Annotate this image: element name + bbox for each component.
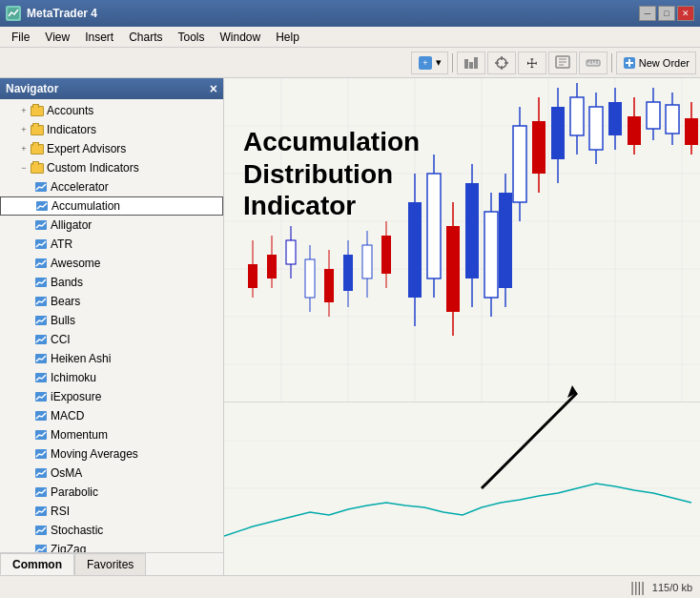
nav-item-accumulation[interactable]: Accumulation (0, 196, 223, 216)
indicators-label: Indicators (47, 123, 96, 136)
toolbar-crosshair[interactable] (487, 52, 516, 74)
new-order-dropdown: ▾ (436, 56, 442, 69)
bands-label: Bands (51, 276, 83, 289)
svg-rect-79 (532, 121, 546, 174)
menu-window[interactable]: Window (213, 29, 269, 46)
nav-item-expert-advisors[interactable]: + Expert Advisors (0, 139, 223, 158)
svg-rect-63 (248, 264, 257, 288)
awesome-label: Awesome (51, 257, 100, 270)
stochastic-label: Stochastic (51, 524, 103, 537)
nav-item-bears[interactable]: Bears (0, 292, 223, 311)
expand-accounts-icon: + (17, 104, 31, 117)
nav-item-awesome[interactable]: Awesome (0, 254, 223, 273)
indicator-awesome-icon (34, 258, 48, 269)
svg-rect-89 (628, 116, 641, 145)
close-button[interactable]: ✕ (677, 6, 694, 21)
indicator-zigzag-icon (34, 544, 48, 552)
title-bar-left: MetaTrader 4 (6, 6, 97, 21)
nav-item-heiken-ashi[interactable]: Heiken Ashi (0, 349, 223, 368)
nav-item-parabolic[interactable]: Parabolic (0, 483, 223, 502)
nav-item-atr[interactable]: ATR (0, 235, 223, 254)
nav-item-rsi[interactable]: RSI (0, 502, 223, 521)
chart-area[interactable]: Accumulation Distribution Indicator (224, 78, 700, 575)
parabolic-label: Parabolic (51, 485, 98, 499)
toolbar-ruler[interactable] (579, 52, 607, 74)
crosshair-icon (494, 55, 509, 71)
svg-rect-101 (343, 255, 353, 291)
nav-item-momentum[interactable]: Momentum (0, 425, 223, 444)
menu-file[interactable]: File (4, 29, 37, 46)
nav-item-iexposure[interactable]: iExposure (0, 387, 223, 406)
svg-rect-3 (464, 59, 468, 69)
buy-sell-icon: + (418, 55, 433, 71)
zigzag-label: ZigZag (51, 543, 86, 552)
svg-rect-81 (551, 107, 565, 159)
tab-common[interactable]: Common (0, 553, 74, 575)
indicator-iexposure-icon (34, 391, 48, 402)
svg-rect-87 (608, 102, 622, 135)
accounts-label: Accounts (47, 104, 93, 117)
svg-rect-73 (446, 226, 460, 312)
indicator-accelerator-icon (34, 181, 48, 193)
tab-favorites[interactable]: Favorites (74, 553, 146, 575)
chart-icon1 (463, 55, 479, 71)
app-icon (6, 6, 21, 21)
accelerator-label: Accelerator (51, 180, 109, 194)
menu-tools[interactable]: Tools (171, 29, 213, 46)
nav-item-alligator[interactable]: Alligator (0, 216, 223, 235)
indicator-bears-icon (34, 296, 48, 307)
svg-rect-75 (465, 183, 479, 278)
navigator-tabs: Common Favorites (0, 552, 223, 575)
nav-item-cci[interactable]: CCI (0, 330, 223, 349)
minimize-button[interactable]: ─ (639, 6, 656, 21)
title-bar: MetaTrader 4 ─ □ ✕ (0, 0, 700, 27)
nav-item-accounts[interactable]: + Accounts (0, 101, 223, 120)
nav-item-bands[interactable]: Bands (0, 273, 223, 292)
expand-ea-icon: + (17, 142, 31, 155)
nav-item-moving-averages[interactable]: Moving Averages (0, 444, 223, 464)
svg-rect-5 (474, 57, 478, 69)
svg-text:+: + (422, 58, 427, 68)
indicator-alligator-icon (34, 219, 48, 231)
nav-item-indicators[interactable]: + Indicators (0, 120, 223, 139)
osma-label: OsMA (51, 466, 82, 480)
title-controls: ─ □ ✕ (639, 6, 694, 21)
ruler-icon (586, 55, 601, 71)
svg-rect-107 (484, 212, 498, 298)
menu-view[interactable]: View (37, 29, 77, 46)
navigator-panel: Navigator × + Accounts + Indicators + Ex… (0, 78, 224, 575)
nav-item-accelerator[interactable]: Accelerator (0, 177, 223, 196)
memory-usage: 115/0 kb (652, 582, 692, 593)
menu-charts[interactable]: Charts (121, 29, 170, 46)
menu-insert[interactable]: Insert (77, 29, 121, 46)
indicator-accumulation-icon (35, 200, 49, 212)
bar-chart-icon: |||| (630, 580, 645, 595)
chart-svg (224, 78, 700, 575)
maximize-button[interactable]: □ (658, 6, 675, 21)
indicator-ichimoku-icon (34, 372, 48, 383)
navigator-close[interactable]: × (210, 81, 217, 96)
svg-rect-77 (513, 126, 526, 202)
toolbar-buy-sell[interactable]: + ▾ (411, 52, 448, 74)
ichimoku-label: Ichimoku (51, 371, 96, 384)
expand-custom-icon: − (17, 161, 31, 175)
iexposure-label: iExposure (51, 390, 101, 403)
new-order-button[interactable]: New Order (616, 52, 696, 74)
nav-item-macd[interactable]: MACD (0, 406, 223, 425)
menu-help[interactable]: Help (268, 29, 307, 46)
indicator-ma-icon (34, 448, 48, 460)
toolbar-hand[interactable]: ☩ (518, 52, 546, 74)
nav-item-osma[interactable]: OsMA (0, 464, 223, 483)
nav-item-stochastic[interactable]: Stochastic (0, 521, 223, 540)
nav-item-custom-indicators[interactable]: − Custom Indicators (0, 158, 223, 177)
toolbar-chart-btn1[interactable] (457, 52, 485, 74)
nav-item-bulls[interactable]: Bulls (0, 311, 223, 330)
indicator-cci-icon (34, 334, 48, 345)
svg-rect-97 (305, 259, 315, 298)
nav-item-ichimoku[interactable]: Ichimoku (0, 368, 223, 387)
svg-rect-95 (685, 118, 698, 145)
toolbar-zoom[interactable] (548, 52, 577, 74)
rsi-label: RSI (51, 505, 70, 518)
navigator-tree: + Accounts + Indicators + Expert Advisor… (0, 99, 223, 552)
nav-item-zigzag[interactable]: ZigZag (0, 540, 223, 552)
